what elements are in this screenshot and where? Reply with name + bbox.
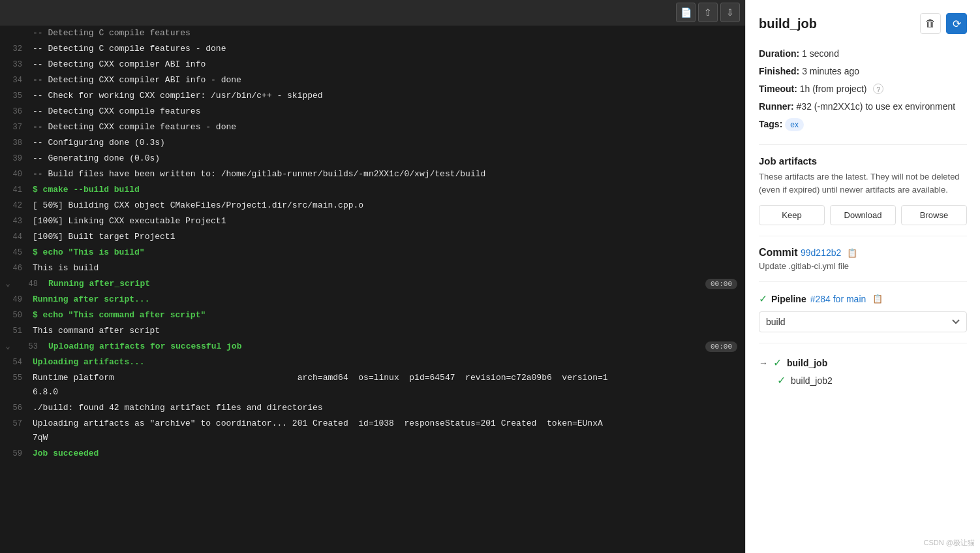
job-item-1: → ✓ build_job [759, 354, 967, 371]
sidebar-actions: 🗑 ⟳ [920, 13, 967, 34]
log-line: 54 Uploading artifacts... [0, 355, 745, 370]
runner-row: Runner: #32 (-mn2XX1c) to use ex environ… [759, 100, 967, 114]
delete-button[interactable]: 🗑 [920, 13, 941, 34]
meta-section: Duration: 1 second Finished: 3 minutes a… [759, 47, 967, 131]
pipeline-success-icon: ✓ [759, 292, 767, 305]
collapse-icon: ⌄ [0, 340, 16, 354]
job-link-2[interactable]: build_job2 [791, 375, 833, 386]
log-line: 45 $ echo "This is build" [0, 245, 745, 261]
divider [759, 343, 967, 343]
log-line: 56 ./build: found 42 matching artifact f… [0, 400, 745, 416]
refresh-button[interactable]: ⟳ [946, 13, 967, 34]
tag-badge: ex [785, 118, 804, 131]
download-button[interactable]: Download [830, 205, 896, 225]
log-line: 39 -- Generating done (0.0s) [0, 151, 745, 166]
log-line: 41 $ cmake --build build [0, 182, 745, 198]
watermark: CSDN @极让猫 [924, 538, 975, 548]
collapse-icon: ⌄ [0, 277, 16, 291]
log-line: 35 -- Check for working CXX compiler: /u… [0, 88, 745, 104]
scroll-up-button[interactable]: ⇧ [698, 3, 718, 22]
keep-button[interactable]: Keep [759, 205, 825, 225]
divider [759, 236, 967, 236]
log-line: -- Detecting C compile features [0, 25, 745, 41]
log-line: 49 Running after script... [0, 292, 745, 308]
page-title: build_job [759, 16, 817, 31]
log-line: 38 -- Configuring done (0.3s) [0, 135, 745, 151]
duration-row: Duration: 1 second [759, 47, 967, 61]
log-content: -- Detecting C compile features 32 -- De… [0, 25, 745, 462]
copy-commit-icon[interactable]: 📋 [847, 248, 857, 258]
timeout-help-icon[interactable]: ? [873, 84, 883, 94]
commit-message: Update .gitlab-ci.yml file [759, 261, 967, 271]
log-line: 55 Runtime platform arch=amd64 os=linux … [0, 370, 745, 400]
terminal-panel: 📄 ⇧ ⇩ -- Detecting C compile features 32… [0, 0, 745, 553]
log-line: 36 -- Detecting CXX compile features [0, 104, 745, 119]
divider [759, 144, 967, 145]
log-line: 42 [ 50%] Building CXX object CMakeFiles… [0, 198, 745, 213]
job-success-icon: ✓ [773, 356, 782, 369]
sidebar: build_job 🗑 ⟳ Duration: 1 second Finishe… [745, 0, 980, 553]
scroll-down-button[interactable]: ⇩ [720, 3, 740, 22]
divider [759, 281, 967, 282]
commit-link[interactable]: 99d212b2 [801, 247, 841, 258]
tags-row: Tags: ex [759, 118, 967, 131]
jobs-section: → ✓ build_job ✓ build_job2 [759, 354, 967, 389]
pipeline-stage-select[interactable]: build [759, 311, 967, 332]
timeout-row: Timeout: 1h (from project) ? [759, 82, 967, 96]
pipeline-section: ✓ Pipeline #284 for main 📋 build [759, 292, 967, 332]
log-line: 33 -- Detecting CXX compiler ABI info [0, 57, 745, 72]
job-item-2: ✓ build_job2 [759, 371, 967, 389]
commit-section: Commit 99d212b2 📋 Update .gitlab-ci.yml … [759, 247, 967, 271]
artifacts-desc: These artifacts are the latest. They wil… [759, 170, 967, 196]
job-arrow-icon: → [759, 358, 768, 368]
log-line: 50 $ echo "This command after script" [0, 308, 745, 323]
log-line: 34 -- Detecting CXX compiler ABI info - … [0, 72, 745, 88]
section-after-script[interactable]: ⌄ 48 Running after_script 00:00 [0, 276, 745, 292]
log-line: 40 -- Build files have been written to: … [0, 166, 745, 182]
log-line: 32 -- Detecting C compile features - don… [0, 41, 745, 57]
time-badge: 00:00 [705, 279, 737, 289]
artifacts-section: Job artifacts These artifacts are the la… [759, 155, 967, 225]
job-link-1[interactable]: build_job [787, 358, 827, 368]
log-line: 46 This is build [0, 261, 745, 276]
time-badge: 00:00 [705, 341, 737, 352]
finished-row: Finished: 3 minutes ago [759, 65, 967, 78]
terminal-toolbar: 📄 ⇧ ⇩ [0, 0, 745, 25]
pipeline-link[interactable]: #284 for main [810, 294, 866, 304]
raw-log-button[interactable]: 📄 [676, 3, 696, 22]
artifact-buttons: Keep Download Browse [759, 205, 967, 225]
log-line: 59 Job succeeded [0, 446, 745, 462]
log-line: 37 -- Detecting CXX compile features - d… [0, 119, 745, 135]
log-line: 43 [100%] Linking CXX executable Project… [0, 213, 745, 229]
section-upload-artifacts[interactable]: ⌄ 53 Uploading artifacts for successful … [0, 339, 745, 355]
log-line: 44 [100%] Built target Project1 [0, 229, 745, 245]
pipeline-row: ✓ Pipeline #284 for main 📋 [759, 292, 967, 305]
log-line: 57 Uploading artifacts as "archive" to c… [0, 416, 745, 446]
copy-pipeline-icon[interactable]: 📋 [872, 294, 883, 304]
log-line: 51 This command after script [0, 323, 745, 339]
job-success-icon-2: ✓ [777, 374, 786, 387]
sidebar-header: build_job 🗑 ⟳ [759, 13, 967, 34]
browse-button[interactable]: Browse [901, 205, 967, 225]
artifacts-title: Job artifacts [759, 155, 967, 166]
